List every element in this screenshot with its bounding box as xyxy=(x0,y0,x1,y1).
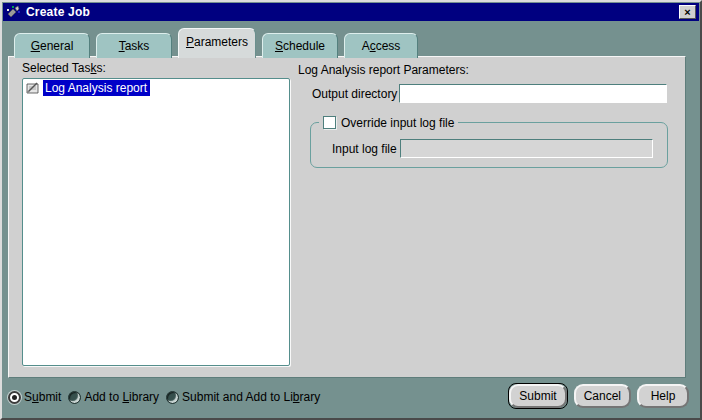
radio-submit-and-add-label: Submit and Add to Library xyxy=(182,390,320,404)
radio-add-to-library[interactable]: Add to Library xyxy=(68,390,159,404)
tab-general[interactable]: General xyxy=(14,33,90,58)
radio-submit[interactable]: Submit xyxy=(8,390,61,404)
parameters-heading: Log Analysis report Parameters: xyxy=(298,63,469,77)
selected-tasks-label: Selected Tasks: xyxy=(22,61,106,75)
override-checkbox[interactable] xyxy=(323,116,336,129)
help-button[interactable]: Help xyxy=(637,384,689,408)
radio-submit-label: Submit xyxy=(24,390,61,404)
default-button-ring: Submit xyxy=(508,383,567,409)
content-panel: Selected Tasks: Log Analysis report Log … xyxy=(8,56,686,378)
input-log-file-label: Input log file xyxy=(332,142,397,156)
submit-mode-radios: Submit Add to Library Submit and Add to … xyxy=(8,388,327,406)
close-button[interactable]: × xyxy=(679,5,696,19)
create-job-window: Create Job × General Tasks Parameters Sc… xyxy=(0,0,702,420)
radio-unselected-icon xyxy=(166,391,179,404)
input-log-file-input[interactable] xyxy=(400,139,653,158)
output-directory-input[interactable] xyxy=(399,84,667,103)
app-icon xyxy=(6,5,22,19)
tab-access[interactable]: Access xyxy=(344,33,418,58)
override-checkbox-row[interactable]: Override input log file xyxy=(319,115,458,130)
list-item-label[interactable]: Log Analysis report xyxy=(43,80,150,96)
radio-unselected-icon xyxy=(68,391,81,404)
window-title: Create Job xyxy=(26,5,90,19)
override-checkbox-label: Override input log file xyxy=(341,116,454,130)
selected-tasks-list[interactable]: Log Analysis report xyxy=(22,78,290,366)
radio-submit-and-add[interactable]: Submit and Add to Library xyxy=(166,390,320,404)
cancel-button[interactable]: Cancel xyxy=(574,384,631,408)
tab-strip: General Tasks Parameters Schedule Access xyxy=(14,31,418,58)
report-note-icon xyxy=(25,81,41,96)
tab-parameters[interactable]: Parameters xyxy=(178,28,256,58)
radio-add-to-library-label: Add to Library xyxy=(84,390,159,404)
tab-tasks[interactable]: Tasks xyxy=(96,33,172,58)
override-groupbox: Override input log file Input log file xyxy=(310,122,668,168)
tab-schedule[interactable]: Schedule xyxy=(262,33,338,58)
submit-button[interactable]: Submit xyxy=(509,384,566,408)
title-bar[interactable]: Create Job × xyxy=(3,3,699,21)
list-item[interactable]: Log Analysis report xyxy=(23,79,289,97)
output-directory-label: Output directory xyxy=(312,87,397,101)
action-buttons: Submit Cancel Help xyxy=(508,383,689,409)
radio-selected-icon xyxy=(8,391,21,404)
